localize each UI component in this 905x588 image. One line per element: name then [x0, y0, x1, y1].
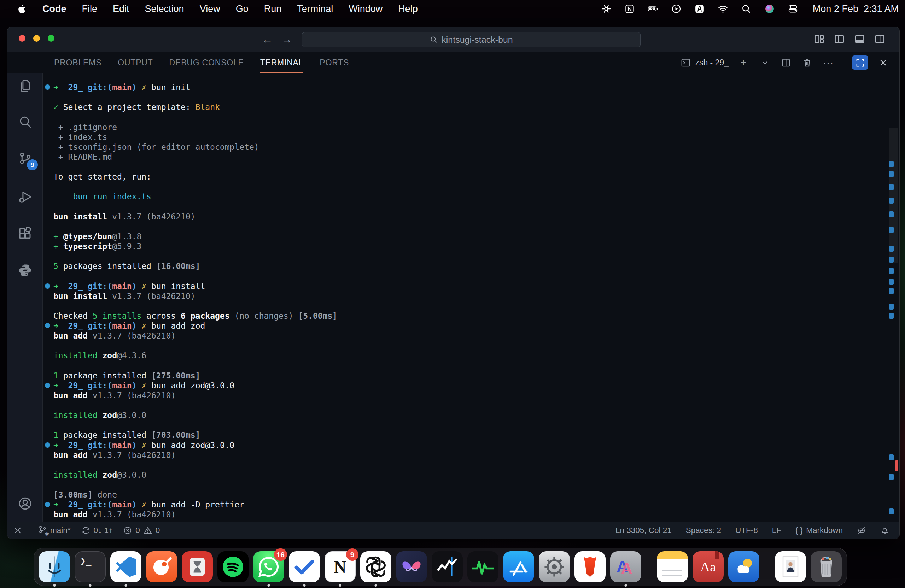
dock-item-trash[interactable]	[811, 551, 842, 582]
dock-item-butterfly-app[interactable]	[396, 551, 427, 582]
dock-item-microsoft-todo[interactable]	[289, 551, 320, 582]
copilot-disabled-icon[interactable]	[857, 526, 866, 535]
command-decoration-dot[interactable]	[45, 323, 50, 328]
terminal-tab-label[interactable]: zsh - 29_	[681, 58, 729, 68]
menu-item-window[interactable]: Window	[349, 3, 383, 14]
menu-item-terminal[interactable]: Terminal	[297, 3, 333, 14]
menu-item-help[interactable]: Help	[398, 3, 418, 14]
running-indicator-dot	[375, 584, 377, 586]
problems-status[interactable]: 0 0	[123, 526, 160, 535]
command-decoration-dot[interactable]	[45, 383, 50, 388]
battery-charging-icon[interactable]	[647, 3, 659, 14]
siri-icon[interactable]	[764, 3, 775, 14]
dock-item-weather[interactable]	[728, 551, 759, 582]
toggle-panel-icon[interactable]	[854, 33, 865, 46]
encoding[interactable]: UTF-8	[735, 526, 758, 535]
menu-item-go[interactable]: Go	[236, 3, 249, 14]
menu-item-selection[interactable]: Selection	[145, 3, 184, 14]
menu-item-run[interactable]: Run	[264, 3, 282, 14]
menu-app-name[interactable]: Code	[43, 3, 67, 14]
maximize-panel-button[interactable]	[852, 55, 868, 70]
dock-item-time-tracker[interactable]	[182, 551, 213, 582]
split-terminal-icon[interactable]	[780, 56, 792, 69]
dock-item-postman[interactable]	[146, 551, 177, 582]
customize-layout-icon[interactable]	[814, 33, 825, 46]
menu-item-edit[interactable]: Edit	[113, 3, 129, 14]
terminal-output-line: bun add v1.3.7 (ba426210)	[53, 450, 885, 460]
launch-profile-chevron-icon[interactable]	[758, 56, 771, 69]
command-decoration-dot[interactable]	[45, 442, 50, 448]
activity-explorer-icon[interactable]	[8, 73, 43, 98]
cursor-position[interactable]: Ln 3305, Col 21	[616, 526, 672, 535]
panel-tab-ports[interactable]: PORTS	[319, 52, 349, 73]
overview-command-mark	[889, 313, 894, 319]
kill-terminal-trash-icon[interactable]	[801, 56, 813, 69]
more-actions-icon[interactable]: ⋯	[822, 56, 835, 69]
dock-item-finder[interactable]	[39, 551, 70, 582]
activity-python-icon[interactable]	[8, 258, 43, 283]
panel-tab-debug-console[interactable]: DEBUG CONSOLE	[169, 52, 244, 73]
close-window-button[interactable]	[19, 35, 25, 42]
terminal-output-line	[53, 301, 885, 311]
dock-item-notion[interactable]: N9	[324, 551, 356, 582]
remote-indicator[interactable]	[13, 526, 27, 535]
dock-item-app-store[interactable]	[503, 551, 534, 582]
menu-item-file[interactable]: File	[82, 3, 98, 14]
notifications-bell-icon[interactable]	[880, 526, 889, 535]
dock-item-brave[interactable]	[575, 551, 606, 582]
dock-item-antigravity[interactable]: AA	[610, 551, 641, 582]
dock-item-vscode[interactable]	[110, 551, 141, 582]
dock-item-stocks[interactable]	[432, 551, 463, 582]
dock-item-whatsapp[interactable]: 16	[253, 551, 284, 582]
control-center-icon[interactable]	[787, 3, 799, 14]
wifi-icon[interactable]	[717, 3, 729, 14]
activity-accounts-icon[interactable]	[8, 491, 43, 516]
dock-item-dictionary[interactable]: Aa	[692, 551, 724, 582]
chatgpt-icon[interactable]	[601, 3, 612, 14]
command-decoration-dot[interactable]	[45, 502, 50, 507]
zoom-window-button[interactable]	[48, 35, 54, 42]
eol-sequence[interactable]: LF	[772, 526, 781, 535]
command-decoration-dot[interactable]	[45, 84, 50, 90]
panel-tab-terminal[interactable]: TERMINAL	[260, 52, 304, 73]
search-icon[interactable]	[741, 3, 752, 14]
language-mode[interactable]: { }Markdown	[795, 526, 843, 535]
overview-command-mark	[889, 455, 894, 460]
menu-item-view[interactable]: View	[200, 3, 220, 14]
dock-item-terminal-app[interactable]: ❯_	[75, 551, 106, 582]
keyboard-a-icon[interactable]	[694, 3, 705, 14]
dock-item-spotify[interactable]	[218, 551, 249, 582]
menu-clock[interactable]: Mon 2 Feb 2:31 AM	[813, 3, 899, 14]
indentation[interactable]: Spaces: 2	[686, 526, 721, 535]
branch-status[interactable]: ✱ main*	[38, 525, 71, 536]
dock-item-pulse-chart-app[interactable]	[467, 551, 499, 582]
command-center-search[interactable]: kintsugi-stack-bun	[302, 32, 641, 48]
notion-icon[interactable]	[624, 3, 635, 14]
dock-item-notes[interactable]	[657, 551, 688, 582]
sync-status[interactable]: 0↓ 1↑	[81, 526, 113, 535]
toggle-secondary-sidebar-icon[interactable]	[874, 33, 885, 46]
close-panel-icon[interactable]	[877, 56, 889, 69]
terminal-panel[interactable]: ➜ 29_ git:(main) ✗ bun init ✓ Select a p…	[43, 73, 899, 522]
spotify-icon	[218, 551, 249, 582]
dock-item-system-settings[interactable]	[539, 551, 570, 582]
panel-tab-output[interactable]: OUTPUT	[118, 52, 153, 73]
activity-extensions-icon[interactable]	[8, 220, 43, 246]
dock-item-resume-photo[interactable]	[775, 551, 806, 582]
minimize-window-button[interactable]	[33, 35, 40, 42]
activity-run-debug-icon[interactable]	[8, 184, 43, 209]
activity-search-icon[interactable]	[8, 109, 43, 135]
new-terminal-button[interactable]: +	[737, 56, 750, 69]
nav-forward-icon[interactable]: →	[281, 33, 292, 46]
apple-icon[interactable]	[16, 3, 27, 14]
dock-divider	[649, 553, 649, 581]
dock-item-chatgpt[interactable]	[360, 551, 391, 582]
terminal-scrollbar[interactable]	[889, 128, 898, 263]
microsoft-todo-icon	[289, 551, 320, 582]
toggle-primary-sidebar-icon[interactable]	[834, 33, 845, 46]
activity-source-control-icon[interactable]: 9	[8, 146, 43, 171]
screen-record-icon[interactable]	[671, 3, 682, 14]
panel-tab-problems[interactable]: PROBLEMS	[54, 52, 102, 73]
nav-back-icon[interactable]: ←	[262, 33, 273, 46]
command-decoration-dot[interactable]	[45, 284, 50, 289]
